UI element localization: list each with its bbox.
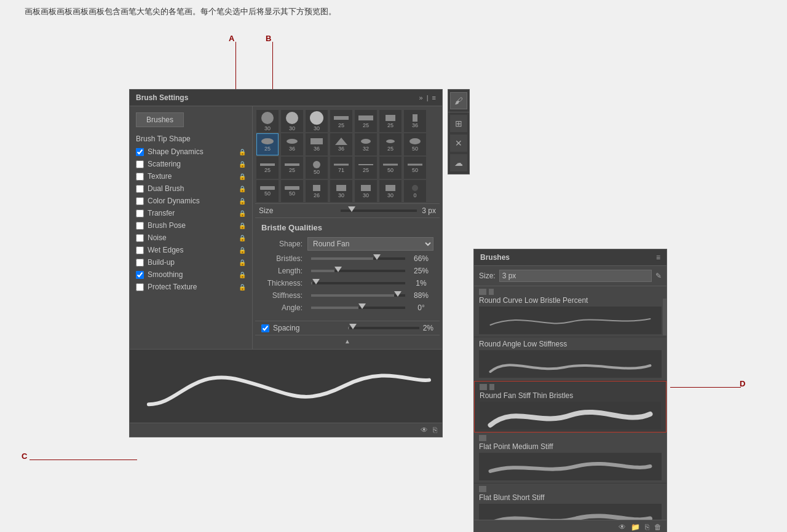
noise-item[interactable]: Noise 🔒 <box>130 232 252 244</box>
brush-thumb-18[interactable]: 71 <box>330 157 352 179</box>
preset-icon-btn[interactable]: ⊞ <box>450 115 467 132</box>
brush-thumb-5[interactable]: 25 <box>355 110 377 132</box>
brush-thumb-12[interactable]: 32 <box>355 133 377 155</box>
brushes-panel: Brushes ≡ Size: ✎ Round Curve Low Bristl… <box>473 249 667 532</box>
annotation-d-line <box>670 387 741 388</box>
color-dynamics-item[interactable]: Color Dynamics 🔒 <box>130 195 252 207</box>
build-up-checkbox[interactable] <box>136 259 144 267</box>
brush-thumb-6[interactable]: 25 <box>379 110 401 132</box>
brushes-copy-icon[interactable]: ⎘ <box>645 523 649 531</box>
brush-thumb-22[interactable]: 50 <box>256 180 279 202</box>
brush-settings-panel: Brush Settings » | ≡ Brushes Brush Tip S… <box>129 89 443 437</box>
svg-rect-24 <box>336 185 346 191</box>
brush-item-round-angle[interactable]: Round Angle Low Stiffness <box>474 337 666 381</box>
brush-thumb-1[interactable]: 30 <box>256 110 279 132</box>
transfer-item[interactable]: Transfer 🔒 <box>130 207 252 219</box>
brush-thumb-23[interactable]: 50 <box>281 180 303 202</box>
brush-thumb-4[interactable]: 25 <box>330 110 352 132</box>
shape-row: Shape: Round Fan Round Blunt Round Curve <box>261 237 433 251</box>
svg-rect-5 <box>386 115 395 121</box>
svg-rect-21 <box>260 186 275 190</box>
svg-rect-14 <box>260 163 275 166</box>
cloud-icon-btn[interactable]: ☁ <box>450 154 467 171</box>
brush-thumb-24[interactable]: 26 <box>306 180 328 202</box>
brush-thumb-7[interactable]: 36 <box>404 110 426 132</box>
brushes-scrollbar[interactable] <box>663 299 666 335</box>
preview-bottom-bar: 👁 ⎘ <box>130 423 442 437</box>
brush-thumb-3[interactable]: 30 <box>306 110 328 132</box>
brush-item-flat-point[interactable]: Flat Point Medium Stiff <box>474 432 666 483</box>
svg-rect-23 <box>313 185 320 191</box>
brush-thumb-2[interactable]: 30 <box>281 110 303 132</box>
brush-thumb-21[interactable]: 50 <box>404 157 426 179</box>
brush-thumb-20[interactable]: 50 <box>379 157 401 179</box>
bristle-qualities-section: Bristle Qualities Shape: Round Fan Round… <box>255 217 440 321</box>
svg-rect-3 <box>334 116 349 120</box>
dual-brush-item[interactable]: Dual Brush 🔒 <box>130 182 252 195</box>
preview-eye-icon[interactable]: 👁 <box>421 426 428 434</box>
tools-icon-btn[interactable]: ✕ <box>450 135 467 152</box>
size-slider-thumb[interactable] <box>348 206 355 212</box>
brushes-panel-menu-icon[interactable]: ≡ <box>656 253 660 262</box>
noise-checkbox[interactable] <box>136 234 144 242</box>
spacing-checkbox[interactable] <box>261 324 269 332</box>
brush-tip-shape-item[interactable]: Brush Tip Shape <box>130 132 252 146</box>
scattering-item[interactable]: Scattering 🔒 <box>130 158 252 170</box>
protect-texture-checkbox[interactable] <box>136 283 144 291</box>
brush-thumb-17[interactable]: 50 <box>306 157 328 179</box>
brush-thumb-10[interactable]: 36 <box>306 133 328 155</box>
dual-brush-checkbox[interactable] <box>136 185 144 193</box>
brushes-size-input[interactable] <box>499 270 652 282</box>
shape-select[interactable]: Round Fan Round Blunt Round Curve <box>307 237 433 251</box>
brushes-eye-icon[interactable]: 👁 <box>619 523 626 531</box>
panel-expand-icon[interactable]: » <box>419 94 423 101</box>
color-dynamics-checkbox[interactable] <box>136 197 144 205</box>
brush-thumb-16[interactable]: 25 <box>281 157 303 179</box>
brush-thumb-28[interactable]: 0 <box>404 180 426 202</box>
brushes-folder-icon[interactable]: 📁 <box>631 523 640 531</box>
brush-thumb-8[interactable]: 25 <box>256 133 279 155</box>
texture-item[interactable]: Texture 🔒 <box>130 170 252 182</box>
wet-edges-item[interactable]: Wet Edges 🔒 <box>130 244 252 256</box>
shape-dynamics-item[interactable]: Shape Dynamics 🔒 <box>130 146 252 158</box>
length-label: Length: <box>261 267 307 275</box>
paint-icon-btn[interactable]: 🖌 <box>450 92 467 109</box>
brush-thumb-15[interactable]: 25 <box>256 157 279 179</box>
brush-settings-content: Brushes Brush Tip Shape Shape Dynamics 🔒… <box>130 106 442 349</box>
svg-point-16 <box>313 161 320 168</box>
brushes-trash-icon[interactable]: 🗑 <box>654 523 662 531</box>
bristles-slider[interactable] <box>311 257 405 260</box>
brush-mini-icon-6 <box>479 486 486 492</box>
panel-menu-icon[interactable]: ≡ <box>432 94 436 101</box>
brush-thumb-19[interactable]: 25 <box>355 157 377 179</box>
collapse-indicator[interactable]: ▲ <box>255 335 440 346</box>
build-up-item[interactable]: Build-up 🔒 <box>130 256 252 268</box>
scattering-checkbox[interactable] <box>136 160 144 168</box>
brush-pose-checkbox[interactable] <box>136 222 144 230</box>
brush-thumb-11[interactable]: 36 <box>330 133 352 155</box>
brush-thumb-13[interactable]: 25 <box>379 133 401 155</box>
preview-save-icon[interactable]: ⎘ <box>433 426 437 434</box>
brush-item-round-curve[interactable]: Round Curve Low Bristle Percent <box>474 286 666 337</box>
brush-item-round-fan[interactable]: Round Fan Stiff Thin Bristles <box>474 381 666 432</box>
brush-thumb-26[interactable]: 30 <box>355 180 377 202</box>
shape-dynamics-checkbox[interactable] <box>136 148 144 156</box>
brushes-button[interactable]: Brushes <box>136 112 184 127</box>
wet-edges-checkbox[interactable] <box>136 246 144 254</box>
transfer-checkbox[interactable] <box>136 209 144 217</box>
brush-thumb-27[interactable]: 30 <box>379 180 401 202</box>
brush-thumb-9[interactable]: 36 <box>281 133 303 155</box>
protect-texture-lock: 🔒 <box>239 284 246 291</box>
brushes-edit-icon[interactable]: ✎ <box>655 272 662 280</box>
smoothing-checkbox[interactable] <box>136 271 144 279</box>
brushes-size-label: Size: <box>479 272 496 280</box>
brush-thumb-14[interactable]: 50 <box>404 133 426 155</box>
brush-pose-item[interactable]: Brush Pose 🔒 <box>130 219 252 232</box>
angle-value: 0° <box>409 303 433 312</box>
color-dynamics-lock: 🔒 <box>239 198 246 205</box>
texture-checkbox[interactable] <box>136 173 144 181</box>
brush-thumb-25[interactable]: 30 <box>330 180 352 202</box>
smoothing-item[interactable]: Smoothing 🔒 <box>130 268 252 281</box>
brush-item-flat-blunt[interactable]: Flat Blunt Short Stiff <box>474 483 666 520</box>
protect-texture-item[interactable]: Protect Texture 🔒 <box>130 281 252 293</box>
